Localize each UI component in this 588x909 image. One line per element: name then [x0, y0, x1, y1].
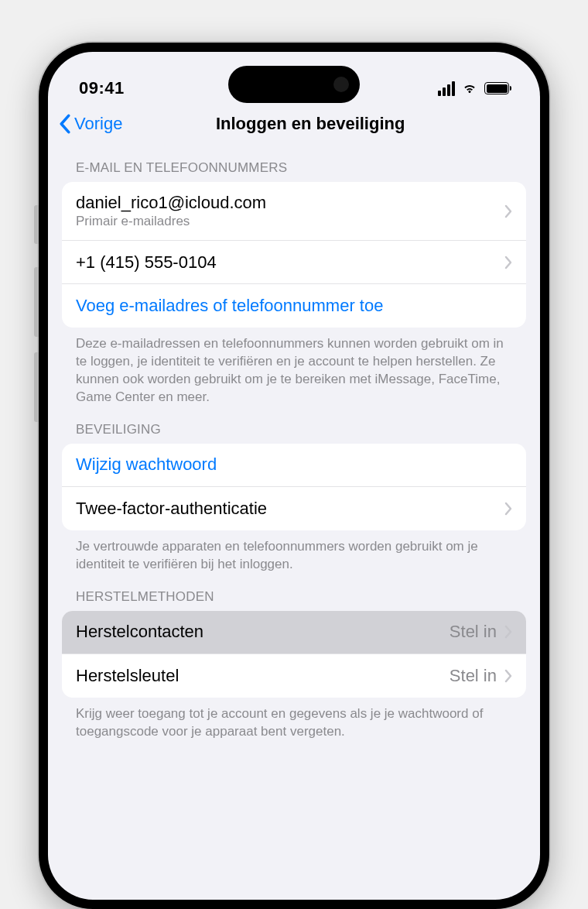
section-header-recovery: HERSTELMETHODEN	[62, 574, 526, 611]
cellular-icon	[438, 81, 455, 96]
phone-number: +1 (415) 555-0104	[76, 252, 504, 273]
group-email: daniel_rico1@icloud.com Primair e-mailad…	[62, 182, 526, 328]
chevron-right-icon	[504, 502, 512, 516]
primary-email-sub: Primair e-mailadres	[76, 214, 504, 229]
row-add-contact[interactable]: Voeg e-mailadres of telefoonnummer toe	[62, 284, 526, 328]
page-title: Inloggen en beveiliging	[91, 114, 529, 134]
section-header-email: E-MAIL EN TELEFOONNUMMERS	[62, 145, 526, 182]
wifi-icon	[461, 80, 478, 97]
chevron-right-icon	[504, 204, 512, 218]
group-recovery: Herstelcontacten Stel in Herstelsleutel …	[62, 611, 526, 698]
row-primary-email[interactable]: daniel_rico1@icloud.com Primair e-mailad…	[62, 182, 526, 241]
recovery-key: Herstelsleutel	[76, 666, 179, 686]
status-icons	[438, 80, 509, 97]
phone-frame: 09:41 Vorige Inloggen en beveiliging E-M…	[39, 43, 549, 909]
footer-security: Je vertrouwde apparaten en telefoonnumme…	[62, 530, 526, 574]
footer-recovery: Krijg weer toegang tot je account en geg…	[62, 698, 526, 741]
battery-icon	[484, 82, 509, 94]
chevron-right-icon	[504, 669, 512, 683]
change-password: Wijzig wachtwoord	[76, 454, 217, 475]
content: E-MAIL EN TELEFOONNUMMERS daniel_rico1@i…	[48, 145, 540, 741]
primary-email: daniel_rico1@icloud.com	[76, 193, 504, 213]
add-email-phone: Voeg e-mailadres of telefoonnummer toe	[76, 296, 383, 316]
nav-bar: Vorige Inloggen en beveiliging	[48, 106, 540, 145]
row-two-factor[interactable]: Twee-factor-authenticatie	[62, 487, 526, 530]
row-recovery-contacts[interactable]: Herstelcontacten Stel in	[62, 611, 526, 654]
section-header-security: BEVEILIGING	[62, 406, 526, 444]
recovery-contacts-value: Stel in	[450, 622, 497, 642]
recovery-contacts: Herstelcontacten	[76, 622, 203, 642]
group-security: Wijzig wachtwoord Twee-factor-authentica…	[62, 444, 526, 530]
recovery-key-value: Stel in	[450, 666, 497, 686]
row-change-password[interactable]: Wijzig wachtwoord	[62, 444, 526, 487]
chevron-right-icon	[504, 256, 512, 269]
dynamic-island	[228, 66, 360, 103]
row-recovery-key[interactable]: Herstelsleutel Stel in	[62, 654, 526, 698]
two-factor: Twee-factor-authenticatie	[76, 499, 267, 519]
screen: 09:41 Vorige Inloggen en beveiliging E-M…	[48, 52, 540, 900]
footer-email: Deze e-mailadressen en telefoonnummers k…	[62, 328, 526, 406]
row-phone[interactable]: +1 (415) 555-0104	[62, 241, 526, 284]
chevron-right-icon	[504, 625, 512, 639]
status-time: 09:41	[79, 78, 125, 98]
